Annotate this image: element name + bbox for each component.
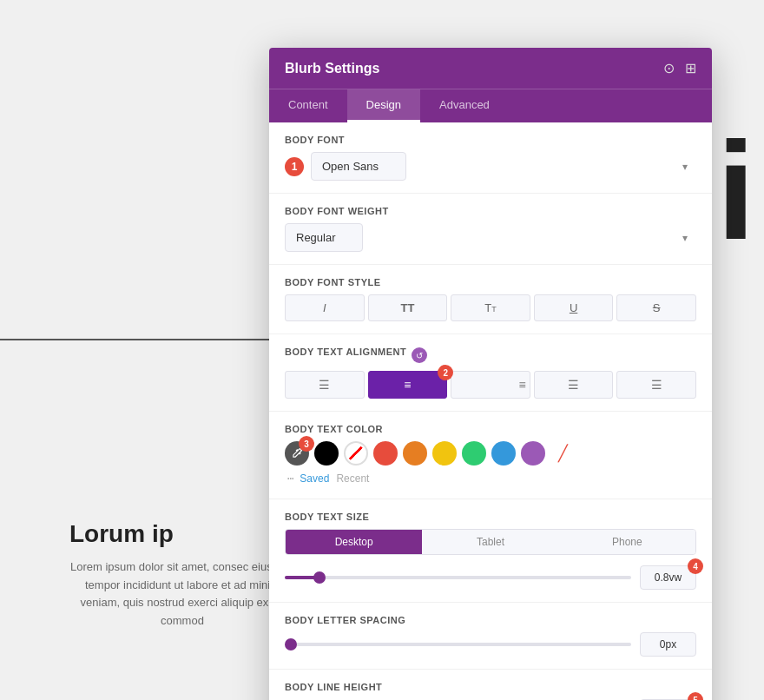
body-font-select[interactable]: Open Sans (311, 152, 406, 181)
bg-divider-line (0, 339, 269, 340)
body-font-style-section: Body Font Style I TT Tt U S (269, 265, 712, 334)
color-red[interactable] (373, 441, 398, 466)
panel-header-icons: ⊙ ⊞ (663, 60, 696, 76)
body-text-size-section: Body Text Size Desktop Tablet Phone 0.8v… (269, 499, 712, 603)
letter-spacing-value[interactable]: 0px (640, 632, 696, 657)
title-case-button[interactable]: Tt (451, 294, 530, 321)
body-font-weight-label: Body Font Weight (285, 206, 696, 216)
blurb-settings-panel: Blurb Settings ⊙ ⊞ Content Design Advanc… (269, 48, 712, 700)
size-tab-desktop[interactable]: Desktop (286, 530, 422, 554)
letter-spacing-slider-thumb[interactable] (285, 638, 297, 650)
align-justify-button[interactable]: ☰ (616, 371, 696, 399)
text-size-slider-track[interactable] (285, 576, 631, 579)
font-style-buttons: I TT Tt U S (285, 294, 696, 321)
body-font-row: 1 Open Sans (285, 152, 696, 181)
body-font-label: Body Font (285, 135, 696, 145)
body-font-weight-section: Body Font Weight Regular (269, 194, 712, 265)
alignment-reset-button[interactable]: ↺ (412, 347, 427, 363)
expand-icon[interactable]: ⊞ (685, 60, 696, 76)
recent-colors-label[interactable]: Recent (336, 472, 369, 485)
color-transparent[interactable] (344, 441, 368, 466)
body-text-size-label: Body Text Size (285, 512, 696, 522)
tab-design[interactable]: Design (347, 89, 420, 122)
color-green[interactable] (462, 441, 486, 466)
bg-paragraph: Lorem ipsum dolor sit amet, consec eiusm… (69, 558, 295, 631)
tab-advanced[interactable]: Advanced (420, 89, 509, 122)
body-font-weight-select-wrapper: Regular (285, 223, 696, 252)
size-tabs: Desktop Tablet Phone (285, 529, 696, 555)
text-size-slider-row: 0.8vw 4 (285, 565, 696, 590)
saved-colors-label[interactable]: Saved (300, 472, 329, 485)
text-size-value-wrapper: 0.8vw 4 (640, 565, 696, 590)
body-font-select-wrapper: Open Sans (311, 152, 696, 181)
settings-icon[interactable]: ⊙ (663, 60, 675, 76)
italic-button[interactable]: I (285, 294, 365, 321)
strikethrough-button[interactable]: S (616, 294, 696, 321)
body-text-color-section: Body Text Color 3 ╱ (269, 412, 712, 499)
size-tab-phone[interactable]: Phone (559, 530, 695, 554)
color-swatches: 3 ╱ (285, 441, 696, 466)
align-center-button[interactable]: ≡ 2 (368, 371, 448, 399)
bg-text-area: Lorum ip Lorem ipsum dolor sit amet, con… (69, 520, 295, 631)
panel-tabs: Content Design Advanced (269, 89, 712, 122)
body-text-alignment-section: Body Text Alignment ↺ ☰ ≡ 2 ≡ ☰ ☰ (269, 334, 712, 412)
text-size-slider-thumb[interactable] (313, 571, 326, 584)
size-tab-tablet[interactable]: Tablet (422, 530, 558, 554)
body-text-color-label: Body Text Color (285, 424, 696, 434)
badge-4: 4 (688, 558, 703, 574)
underline-button[interactable]: U (534, 294, 614, 321)
badge-1: 1 (285, 157, 304, 176)
more-dots-button[interactable]: ··· (286, 471, 293, 486)
body-font-style-label: Body Font Style (285, 277, 696, 287)
tab-content[interactable]: Content (269, 89, 347, 122)
align-justify-center-button[interactable]: ☰ (534, 371, 614, 399)
bg-heading: Lorum ip (69, 520, 295, 548)
letter-spacing-slider-track[interactable] (285, 643, 631, 646)
panel-title: Blurb Settings (285, 61, 379, 76)
body-letter-spacing-label: Body Letter Spacing (285, 615, 696, 625)
custom-color-button[interactable]: ╱ (550, 441, 575, 466)
alignment-header: Body Text Alignment ↺ (285, 347, 696, 364)
body-font-weight-select[interactable]: Regular (285, 223, 363, 252)
color-purple[interactable] (521, 441, 545, 466)
letter-spacing-slider-row: 0px (285, 632, 696, 657)
align-right-button[interactable]: ≡ (451, 371, 530, 399)
body-letter-spacing-section: Body Letter Spacing 0px (269, 603, 712, 670)
badge-5: 5 (688, 692, 703, 700)
align-left-button[interactable]: ☰ (285, 371, 365, 399)
alignment-buttons: ☰ ≡ 2 ≡ ☰ ☰ (285, 371, 696, 399)
panel-body: Body Font 1 Open Sans Body Font Weight R… (269, 122, 712, 700)
bg-decorative-i: i (717, 122, 755, 261)
all-caps-button[interactable]: TT (368, 294, 448, 321)
color-black[interactable] (314, 441, 339, 466)
body-text-alignment-label: Body Text Alignment (285, 347, 406, 357)
body-line-height-section: Body Line Height 2em 5 (269, 670, 712, 700)
color-yellow[interactable] (432, 441, 457, 466)
panel-header: Blurb Settings ⊙ ⊞ (269, 48, 712, 89)
body-font-section: Body Font 1 Open Sans (269, 122, 712, 194)
color-orange[interactable] (403, 441, 427, 466)
badge-3: 3 (299, 436, 314, 452)
color-blue[interactable] (491, 441, 516, 466)
body-line-height-label: Body Line Height (285, 682, 696, 692)
more-colors: ··· (286, 471, 293, 486)
